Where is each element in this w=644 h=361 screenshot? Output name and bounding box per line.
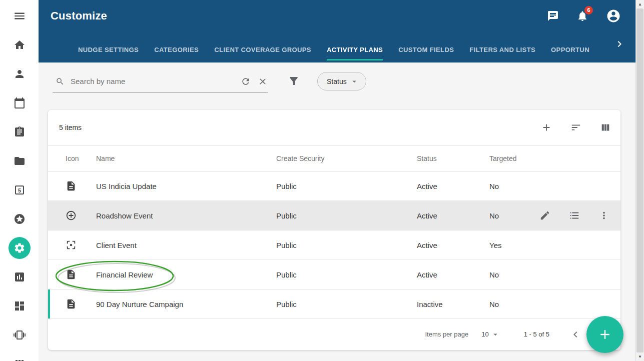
sidebar-item-favorites[interactable] [9, 208, 31, 230]
plus-icon [597, 327, 612, 342]
row-targeted: No [489, 270, 533, 279]
row-status: Active [417, 270, 489, 279]
tab-nudge-settings[interactable]: NUDGE SETTINGS [78, 46, 139, 60]
row-create-security: Public [276, 212, 417, 220]
page-size-select[interactable]: 10 [481, 330, 499, 339]
columns-button[interactable] [600, 122, 611, 133]
add-activity-plan-fab[interactable] [586, 316, 623, 353]
caret-down-icon [491, 330, 500, 339]
chat-button[interactable] [547, 10, 559, 22]
page-size-value: 10 [481, 330, 488, 338]
add-item-button[interactable] [541, 122, 552, 133]
settings-tab-bar: NUDGE SETTINGS CATEGORIES CLIENT COVERAG… [78, 46, 589, 62]
more-vert-icon [598, 210, 609, 221]
person-icon [14, 68, 26, 80]
column-header-create-security[interactable]: Create Security [276, 154, 417, 162]
sidebar-item-settings[interactable] [9, 237, 31, 259]
status-chip-label: Status [327, 78, 347, 86]
row-status: Active [417, 212, 489, 220]
calendar-icon [14, 97, 26, 109]
dashboard-icon [14, 300, 26, 312]
sidebar-item-contacts[interactable] [9, 63, 31, 85]
sidebar-item-files[interactable] [9, 150, 31, 172]
number-5-icon [14, 184, 26, 196]
sort-button[interactable] [570, 122, 581, 133]
table-row[interactable]: Financial Review Public Active No [48, 260, 620, 290]
tab-client-coverage-groups[interactable]: CLIENT COVERAGE GROUPS [214, 46, 311, 60]
table-row[interactable]: 90 Day Nurture Campaign Public Inactive … [48, 290, 620, 319]
sidebar-item-apps[interactable] [9, 353, 31, 361]
row-name: 90 Day Nurture Campaign [96, 300, 276, 308]
row-more-button[interactable] [598, 210, 609, 221]
row-status: Active [417, 182, 489, 190]
tab-filters-and-lists[interactable]: FILTERS AND LISTS [469, 46, 535, 60]
tab-categories[interactable]: CATEGORIES [154, 46, 199, 60]
items-per-page-label: Items per page [425, 330, 469, 338]
items-count: 5 items [59, 124, 82, 132]
table-row[interactable]: Client Event Public Active Yes [48, 230, 620, 260]
refresh-button[interactable] [241, 76, 251, 86]
edit-row-button[interactable] [539, 210, 550, 221]
page-range: 1 - 5 of 5 [524, 330, 549, 338]
scroll-down-arrow[interactable]: ▼ [636, 352, 644, 361]
app-header: Customize 6 NUDGE SETTINGS CATEGORIES CL… [39, 0, 635, 62]
row-list-button[interactable] [569, 210, 580, 221]
tab-custom-fields[interactable]: CUSTOM FIELDS [398, 46, 454, 60]
account-avatar-icon [606, 8, 621, 24]
row-name: Roadshow Event [96, 212, 276, 220]
row-name: Financial Review [96, 270, 276, 279]
tasks-icon [14, 126, 26, 138]
row-targeted: No [489, 212, 533, 220]
table-row[interactable]: Roadshow Event Public Active No [48, 201, 620, 230]
filter-button[interactable] [288, 75, 300, 87]
row-create-security: Public [276, 270, 417, 279]
column-header-icon[interactable]: Icon [48, 154, 96, 162]
list-icon [569, 210, 580, 221]
account-button[interactable] [606, 8, 621, 24]
search-input[interactable] [71, 77, 234, 86]
notifications-button[interactable]: 6 [576, 10, 588, 22]
columns-icon [600, 122, 611, 133]
chevron-left-icon [569, 328, 581, 340]
sidebar-item-five[interactable] [9, 179, 31, 201]
sidebar-item-home[interactable] [9, 34, 31, 56]
sidebar-item-reports[interactable] [9, 266, 31, 288]
tab-activity-plans[interactable]: ACTIVITY PLANS [327, 46, 383, 60]
row-targeted: No [489, 182, 533, 190]
search-field [53, 70, 268, 92]
document-icon [66, 180, 77, 192]
column-header-targeted[interactable]: Targeted [489, 154, 533, 162]
row-name: Client Event [96, 241, 276, 250]
sidebar-item-calendar[interactable] [9, 92, 31, 114]
chevron-right-icon [613, 38, 625, 50]
row-targeted: Yes [489, 241, 533, 250]
page-title: Customize [51, 10, 107, 22]
tabs-scroll-right-button[interactable] [613, 38, 625, 50]
search-icon [56, 77, 65, 86]
table-header-row: Icon Name Create Security Status Targete… [48, 145, 620, 172]
previous-page-button[interactable] [569, 328, 581, 340]
tab-opportunities[interactable]: OPPORTUN [551, 46, 589, 60]
sidebar-item-tasks[interactable] [9, 121, 31, 143]
filter-funnel-icon [288, 75, 300, 87]
notification-badge: 6 [584, 6, 593, 14]
vertical-scrollbar[interactable]: ▲ ▼ [635, 0, 644, 361]
focus-target-icon [66, 240, 77, 250]
column-header-status[interactable]: Status [417, 154, 489, 162]
vibration-phone-icon [14, 329, 26, 341]
table-row[interactable]: US Indicia Update Public Active No [48, 172, 620, 201]
sidebar-item-dashboard[interactable] [9, 295, 31, 317]
column-header-name[interactable]: Name [96, 154, 276, 162]
row-create-security: Public [276, 241, 417, 250]
scroll-up-arrow[interactable]: ▲ [636, 0, 644, 8]
menu-icon [13, 10, 26, 22]
chat-icon [547, 10, 559, 22]
status-filter-chip[interactable]: Status [317, 72, 366, 90]
clear-search-button[interactable] [258, 76, 268, 86]
sidebar-item-mobile[interactable] [9, 324, 31, 346]
scrollbar-thumb[interactable] [636, 8, 643, 352]
hamburger-menu-button[interactable] [9, 5, 31, 27]
row-targeted: No [489, 300, 533, 308]
add-circle-icon [66, 210, 77, 221]
activity-plans-card: 5 items Icon Name Create Security Status… [48, 110, 620, 350]
